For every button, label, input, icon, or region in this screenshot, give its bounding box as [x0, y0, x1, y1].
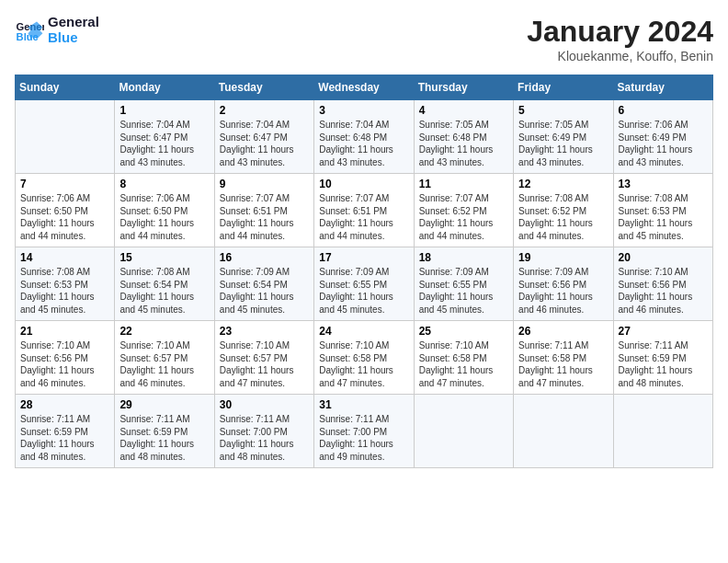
header-cell-sunday: Sunday: [16, 75, 115, 100]
calendar-cell: 14Sunrise: 7:08 AMSunset: 6:53 PMDayligh…: [16, 247, 115, 321]
day-info: Sunrise: 7:07 AMSunset: 6:51 PMDaylight:…: [319, 192, 408, 242]
day-number: 1: [119, 104, 209, 117]
calendar-cell: [414, 395, 513, 468]
header-cell-friday: Friday: [514, 75, 613, 100]
calendar-cell: 31Sunrise: 7:11 AMSunset: 7:00 PMDayligh…: [314, 395, 414, 468]
day-number: 3: [319, 104, 408, 117]
day-number: 17: [319, 251, 408, 264]
header-cell-wednesday: Wednesday: [314, 75, 414, 100]
calendar-cell: 22Sunrise: 7:10 AMSunset: 6:57 PMDayligh…: [115, 321, 214, 395]
day-info: Sunrise: 7:11 AMSunset: 6:59 PMDaylight:…: [20, 413, 109, 463]
calendar-table: SundayMondayTuesdayWednesdayThursdayFrid…: [15, 75, 713, 468]
day-info: Sunrise: 7:06 AMSunset: 6:50 PMDaylight:…: [119, 192, 209, 242]
day-number: 7: [20, 178, 109, 190]
day-number: 14: [20, 251, 109, 264]
day-info: Sunrise: 7:10 AMSunset: 6:56 PMDaylight:…: [619, 266, 708, 316]
day-number: 20: [619, 251, 708, 264]
day-info: Sunrise: 7:08 AMSunset: 6:52 PMDaylight:…: [518, 192, 608, 242]
day-info: Sunrise: 7:07 AMSunset: 6:52 PMDaylight:…: [419, 192, 508, 242]
calendar-cell: 3Sunrise: 7:04 AMSunset: 6:48 PMDaylight…: [314, 100, 414, 174]
calendar-cell: 20Sunrise: 7:10 AMSunset: 6:56 PMDayligh…: [613, 247, 712, 321]
calendar-cell: 16Sunrise: 7:09 AMSunset: 6:54 PMDayligh…: [214, 247, 313, 321]
day-info: Sunrise: 7:11 AMSunset: 7:00 PMDaylight:…: [319, 413, 408, 463]
day-info: Sunrise: 7:05 AMSunset: 6:49 PMDaylight:…: [518, 119, 608, 168]
day-number: 2: [220, 104, 309, 117]
header-cell-monday: Monday: [115, 75, 214, 100]
day-info: Sunrise: 7:08 AMSunset: 6:53 PMDaylight:…: [20, 266, 109, 316]
calendar-cell: [613, 395, 712, 468]
day-info: Sunrise: 7:09 AMSunset: 6:55 PMDaylight:…: [419, 266, 508, 316]
day-number: 13: [619, 178, 708, 190]
logo-general: General: [48, 15, 99, 30]
day-info: Sunrise: 7:09 AMSunset: 6:56 PMDaylight:…: [518, 266, 608, 316]
calendar-cell: 21Sunrise: 7:10 AMSunset: 6:56 PMDayligh…: [16, 321, 115, 395]
calendar-cell: 19Sunrise: 7:09 AMSunset: 6:56 PMDayligh…: [514, 247, 613, 321]
title-block: January 2024 Klouekanme, Kouffo, Benin: [527, 15, 713, 63]
calendar-cell: 10Sunrise: 7:07 AMSunset: 6:51 PMDayligh…: [314, 174, 414, 247]
calendar-cell: 9Sunrise: 7:07 AMSunset: 6:51 PMDaylight…: [214, 174, 313, 247]
day-info: Sunrise: 7:10 AMSunset: 6:56 PMDaylight:…: [20, 339, 109, 389]
day-info: Sunrise: 7:11 AMSunset: 6:58 PMDaylight:…: [518, 339, 608, 389]
calendar-subtitle: Klouekanme, Kouffo, Benin: [527, 49, 713, 63]
week-row-4: 21Sunrise: 7:10 AMSunset: 6:56 PMDayligh…: [16, 321, 713, 395]
day-number: 4: [419, 104, 508, 117]
day-number: 21: [20, 325, 109, 338]
calendar-cell: 15Sunrise: 7:08 AMSunset: 6:54 PMDayligh…: [115, 247, 214, 321]
calendar-cell: 24Sunrise: 7:10 AMSunset: 6:58 PMDayligh…: [314, 321, 414, 395]
day-info: Sunrise: 7:07 AMSunset: 6:51 PMDaylight:…: [220, 192, 309, 242]
calendar-cell: 8Sunrise: 7:06 AMSunset: 6:50 PMDaylight…: [115, 174, 214, 247]
day-info: Sunrise: 7:05 AMSunset: 6:48 PMDaylight:…: [419, 119, 508, 168]
calendar-cell: 30Sunrise: 7:11 AMSunset: 7:00 PMDayligh…: [214, 395, 313, 468]
day-info: Sunrise: 7:04 AMSunset: 6:47 PMDaylight:…: [220, 119, 309, 168]
day-number: 12: [518, 178, 608, 190]
day-number: 25: [419, 325, 508, 338]
day-info: Sunrise: 7:09 AMSunset: 6:54 PMDaylight:…: [220, 266, 309, 316]
day-info: Sunrise: 7:08 AMSunset: 6:54 PMDaylight:…: [119, 266, 209, 316]
day-number: 24: [319, 325, 408, 338]
calendar-cell: 2Sunrise: 7:04 AMSunset: 6:47 PMDaylight…: [214, 100, 313, 174]
day-number: 5: [518, 104, 608, 117]
logo: General Blue General Blue: [15, 15, 99, 45]
calendar-cell: 17Sunrise: 7:09 AMSunset: 6:55 PMDayligh…: [314, 247, 414, 321]
day-info: Sunrise: 7:04 AMSunset: 6:47 PMDaylight:…: [119, 119, 209, 168]
day-number: 31: [319, 398, 408, 411]
day-number: 29: [119, 398, 209, 411]
day-number: 6: [619, 104, 708, 117]
day-info: Sunrise: 7:11 AMSunset: 6:59 PMDaylight:…: [619, 339, 708, 389]
day-info: Sunrise: 7:10 AMSunset: 6:58 PMDaylight:…: [319, 339, 408, 389]
header-cell-saturday: Saturday: [613, 75, 712, 100]
day-number: 9: [220, 178, 309, 190]
week-row-2: 7Sunrise: 7:06 AMSunset: 6:50 PMDaylight…: [16, 174, 713, 247]
day-number: 26: [518, 325, 608, 338]
header-cell-tuesday: Tuesday: [214, 75, 313, 100]
day-number: 22: [119, 325, 209, 338]
calendar-cell: 5Sunrise: 7:05 AMSunset: 6:49 PMDaylight…: [514, 100, 613, 174]
day-info: Sunrise: 7:09 AMSunset: 6:55 PMDaylight:…: [319, 266, 408, 316]
calendar-cell: 29Sunrise: 7:11 AMSunset: 6:59 PMDayligh…: [115, 395, 214, 468]
day-number: 15: [119, 251, 209, 264]
week-row-3: 14Sunrise: 7:08 AMSunset: 6:53 PMDayligh…: [16, 247, 713, 321]
calendar-cell: 13Sunrise: 7:08 AMSunset: 6:53 PMDayligh…: [613, 174, 712, 247]
calendar-cell: 1Sunrise: 7:04 AMSunset: 6:47 PMDaylight…: [115, 100, 214, 174]
day-info: Sunrise: 7:06 AMSunset: 6:50 PMDaylight:…: [20, 192, 109, 242]
calendar-cell: 7Sunrise: 7:06 AMSunset: 6:50 PMDaylight…: [16, 174, 115, 247]
calendar-title: January 2024: [527, 15, 713, 49]
week-row-1: 1Sunrise: 7:04 AMSunset: 6:47 PMDaylight…: [16, 100, 713, 174]
day-info: Sunrise: 7:11 AMSunset: 6:59 PMDaylight:…: [119, 413, 209, 463]
day-info: Sunrise: 7:08 AMSunset: 6:53 PMDaylight:…: [619, 192, 708, 242]
day-number: 8: [119, 178, 209, 190]
calendar-cell: 25Sunrise: 7:10 AMSunset: 6:58 PMDayligh…: [414, 321, 513, 395]
calendar-cell: 28Sunrise: 7:11 AMSunset: 6:59 PMDayligh…: [16, 395, 115, 468]
day-number: 11: [419, 178, 508, 190]
header-cell-thursday: Thursday: [414, 75, 513, 100]
calendar-cell: [514, 395, 613, 468]
day-number: 16: [220, 251, 309, 264]
calendar-cell: 26Sunrise: 7:11 AMSunset: 6:58 PMDayligh…: [514, 321, 613, 395]
logo-blue: Blue: [48, 30, 99, 46]
page-header: General Blue General Blue January 2024 K…: [15, 15, 713, 63]
day-info: Sunrise: 7:11 AMSunset: 7:00 PMDaylight:…: [220, 413, 309, 463]
day-number: 10: [319, 178, 408, 190]
day-info: Sunrise: 7:10 AMSunset: 6:58 PMDaylight:…: [419, 339, 508, 389]
day-number: 28: [20, 398, 109, 411]
calendar-cell: 12Sunrise: 7:08 AMSunset: 6:52 PMDayligh…: [514, 174, 613, 247]
